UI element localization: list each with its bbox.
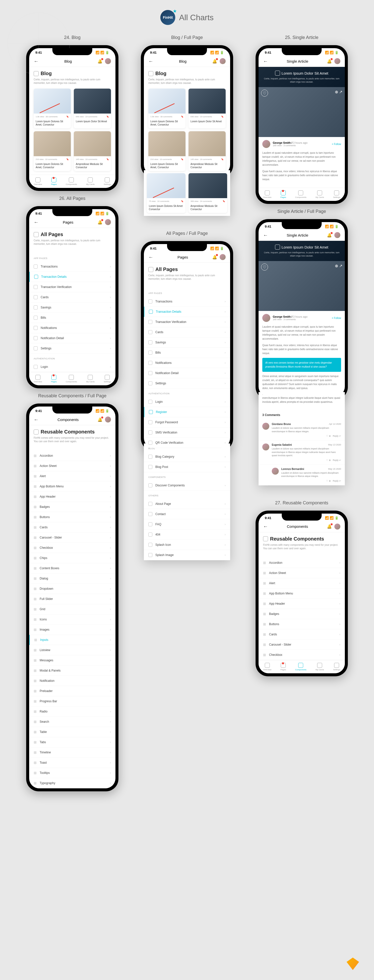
tab-overview[interactable]: Overview: [34, 375, 42, 383]
list-item-login[interactable]: Login›: [29, 362, 116, 372]
list-item[interactable]: Splash Image›: [144, 550, 230, 560]
tab-settings[interactable]: Settings: [333, 663, 340, 671]
list-item[interactable]: Savings›: [29, 302, 116, 313]
component-item[interactable]: ⊞Accordion›: [258, 558, 345, 568]
component-item[interactable]: ⊞Alert›: [258, 578, 345, 589]
component-item[interactable]: ⊞Radio›: [29, 706, 116, 717]
list-item[interactable]: Transactions›: [29, 261, 116, 272]
component-item[interactable]: ⊞App Bottom Menu›: [258, 589, 345, 599]
component-item[interactable]: ⊞App Bottom Menu›: [29, 481, 116, 492]
tab-my-cards[interactable]: My Cards: [315, 663, 324, 671]
component-item[interactable]: ⊞Listview›: [29, 645, 116, 655]
list-item[interactable]: Savings›: [144, 337, 230, 348]
notification-icon[interactable]: 🔔: [212, 255, 217, 259]
component-item[interactable]: ⊞Alert›: [29, 471, 116, 481]
component-item[interactable]: ⊞Notification›: [29, 676, 116, 686]
notification-icon[interactable]: 🔔: [212, 59, 217, 64]
blog-card[interactable]: 145 view · 18 comments🔖Amprediose Medusi…: [74, 131, 111, 171]
list-item[interactable]: Notification Detail›: [144, 368, 230, 378]
list-item[interactable]: Transactions›: [144, 296, 230, 307]
list-item[interactable]: Blog Post›: [144, 462, 230, 472]
component-item[interactable]: ⊞Cards›: [29, 522, 116, 533]
back-button[interactable]: ←: [148, 254, 153, 260]
component-item[interactable]: ⊞Preloader›: [29, 686, 116, 696]
blog-card[interactable]: 1.0k view · 38 comments🔖Lorem Ipsum Dolo…: [34, 89, 71, 128]
blog-card[interactable]: 646 view · 19 comments🔖Lorem Ipsum Dolor…: [74, 89, 111, 128]
list-item[interactable]: Notifications›: [144, 358, 230, 368]
list-item[interactable]: Blog Category›: [144, 452, 230, 462]
component-item[interactable]: ⊞Buttons›: [258, 619, 345, 629]
component-item[interactable]: ⊞Timeline›: [29, 748, 116, 758]
component-item[interactable]: ⊞Table›: [29, 727, 116, 737]
component-item[interactable]: ⊞Cards›: [258, 629, 345, 640]
blog-card[interactable]: 646 view · 19 comments🔖Lorem Ipsum Dolor…: [189, 89, 226, 128]
component-item[interactable]: ⊞Carousel - Slider›: [258, 640, 345, 650]
blog-card[interactable]: 75 view · 10 comments🔖Lorem Ipsum Dolore…: [147, 173, 185, 213]
component-item[interactable]: ⊞Tabs›: [29, 737, 116, 748]
back-button[interactable]: ←: [34, 220, 39, 225]
tab-my-cards[interactable]: My Cards: [315, 191, 324, 198]
component-item[interactable]: ⊞Badges›: [258, 609, 345, 619]
component-item[interactable]: ⊞Typography›: [29, 778, 116, 788]
author-avatar[interactable]: [262, 140, 270, 148]
share-icons[interactable]: ⊕ ↗: [335, 264, 342, 270]
list-item[interactable]: Contact›: [144, 509, 230, 519]
tab-overview[interactable]: Overview: [263, 663, 271, 671]
list-item[interactable]: QR Code Verification›: [144, 438, 230, 448]
notification-icon[interactable]: 🔔: [327, 59, 332, 64]
component-item[interactable]: ⊞Carousel - Slider›: [29, 533, 116, 543]
list-item[interactable]: Cards›: [29, 292, 116, 302]
tab-components[interactable]: Components: [66, 177, 77, 185]
component-item[interactable]: ⊞Messages›: [29, 655, 116, 665]
follow-button[interactable]: + Follow: [331, 317, 341, 320]
list-item[interactable]: Settings›: [144, 378, 230, 388]
list-item[interactable]: Transaction Details›: [144, 307, 230, 317]
tab-settings[interactable]: Settings: [104, 375, 111, 383]
follow-button[interactable]: + Follow: [331, 143, 341, 145]
blog-card[interactable]: 210 view · 10 comments🔖Lorem Ipsum Dolor…: [148, 131, 185, 171]
back-button[interactable]: ←: [148, 58, 153, 64]
blog-card[interactable]: 145 view · 18 comments🔖Amprediose Medusi…: [189, 131, 226, 171]
notification-icon[interactable]: 🔔: [97, 59, 103, 64]
tab-pages[interactable]: Pages: [51, 375, 57, 383]
list-item[interactable]: About Page›: [144, 499, 230, 509]
component-item[interactable]: ⊞Badges›: [29, 502, 116, 512]
back-button[interactable]: ←: [263, 232, 268, 238]
list-item[interactable]: Login›: [144, 397, 230, 407]
component-item[interactable]: ⊞Dropdown›: [29, 584, 116, 594]
list-item[interactable]: Splash Icon›: [144, 540, 230, 550]
list-item[interactable]: Settings›: [29, 344, 116, 354]
blog-card[interactable]: 389 view · 24 comments🔖Amprediose Medusi…: [189, 173, 227, 213]
tab-components[interactable]: Components: [295, 663, 306, 671]
notification-icon[interactable]: 🔔: [327, 524, 332, 529]
like-button[interactable]: ♡: [261, 89, 268, 97]
notification-icon[interactable]: 🔔: [97, 417, 103, 422]
profile-avatar[interactable]: [105, 219, 111, 225]
back-button[interactable]: ←: [263, 523, 268, 529]
component-item[interactable]: ⊞Content Boxes›: [29, 563, 116, 573]
tab-pages[interactable]: Pages: [51, 177, 57, 185]
like-button[interactable]: ♡: [261, 264, 268, 270]
list-item[interactable]: Discover Components›: [144, 480, 230, 491]
notification-icon[interactable]: 🔔: [327, 233, 332, 237]
list-item[interactable]: Register›: [144, 407, 230, 417]
tab-pages[interactable]: Pages: [280, 191, 286, 198]
component-item[interactable]: ⊞App Header›: [29, 492, 116, 502]
component-item[interactable]: ⊞Images›: [29, 625, 116, 635]
tab-pages[interactable]: Pages: [280, 663, 286, 671]
list-item[interactable]: Transaction Details›: [29, 272, 116, 282]
list-item[interactable]: Transaction Verification›: [144, 317, 230, 327]
list-item[interactable]: Notification Detail›: [29, 333, 116, 344]
list-item[interactable]: Notifications›: [29, 323, 116, 333]
tab-components[interactable]: Components: [295, 191, 306, 198]
list-item[interactable]: FAQ›: [144, 519, 230, 530]
blog-card[interactable]: 210 view · 10 comments🔖Lorem Ipsum Dolor…: [34, 131, 71, 171]
tab-my-cards[interactable]: My Cards: [86, 375, 95, 383]
back-button[interactable]: ←: [263, 58, 268, 64]
component-item[interactable]: ⊞Grid›: [29, 604, 116, 614]
component-item[interactable]: ⊞Action Sheet›: [29, 461, 116, 471]
component-item[interactable]: ⊞Tooltips›: [29, 768, 116, 778]
component-item[interactable]: ⊞Full Slider›: [29, 594, 116, 604]
component-item[interactable]: ⊞Dialog›: [29, 573, 116, 584]
tab-components[interactable]: Components: [66, 375, 77, 383]
